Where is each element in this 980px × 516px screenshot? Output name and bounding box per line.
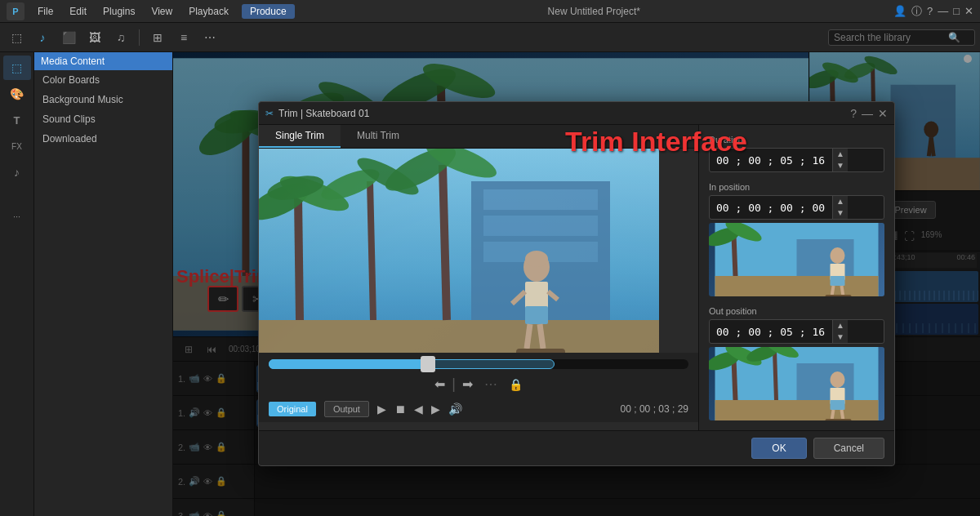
duration-up-button[interactable]: ▲ [833,149,848,160]
duration-value: ▲ ▼ [709,148,884,172]
produce-button[interactable]: Produce [242,4,295,19]
list-view-button[interactable]: ≡ [172,26,195,49]
trim-help-button[interactable]: ? [850,107,857,120]
sidebar-item-more[interactable]: ··· [3,204,31,229]
out-thumb-scene [709,347,884,420]
ok-button[interactable]: OK [751,438,806,459]
trim-dialog-footer: OK Cancel [259,430,894,465]
screen-button[interactable]: ⬛ [57,26,80,49]
menu-bar: P File Edit Plugins View Playback Produc… [0,0,980,23]
menu-plugins[interactable]: Plugins [100,4,138,19]
out-position-value: ▲ ▼ [709,319,884,344]
svg-point-69 [831,247,845,264]
help-icon[interactable]: ? [927,5,933,17]
svg-line-42 [298,198,300,320]
in-position-down-button[interactable]: ▼ [833,207,848,219]
menu-playback[interactable]: Playback [185,4,232,19]
in-position-spinner: ▲ ▼ [832,196,848,219]
media-item-background-music[interactable]: Background Music [34,90,172,109]
info-icon[interactable]: ⓘ [911,4,922,19]
in-position-value: ▲ ▼ [709,195,884,220]
out-position-down-button[interactable]: ▼ [833,331,848,343]
svg-rect-65 [715,276,879,296]
content-area: Splice|Trim ✏ ✂ Tools ▼ [173,52,980,516]
trim-dialog-body: Single Trim Multi Trim [259,125,894,430]
out-position-input[interactable] [710,322,832,341]
audio-button[interactable]: 🔊 [448,403,462,416]
mode-original-button[interactable]: Original [269,402,316,416]
sidebar-item-fx[interactable]: FX [3,134,31,158]
scrubber-track[interactable] [269,359,688,369]
play-button[interactable]: ▶ [377,403,386,416]
cancel-button[interactable]: Cancel [813,438,884,459]
tab-single-trim[interactable]: Single Trim [259,125,341,148]
out-position-spinner: ▲ ▼ [832,320,848,343]
search-input[interactable] [834,32,948,43]
trim-video-scene [259,149,659,353]
out-position-up-button[interactable]: ▲ [833,320,848,331]
svg-rect-89 [826,419,852,420]
menu-view[interactable]: View [148,4,176,19]
dots-button[interactable]: ⋯ [198,26,221,49]
window-title: New Untitled Project* [305,6,884,17]
media-item-downloaded[interactable]: Downloaded [34,129,172,149]
trim-out-point-button[interactable]: ➡ [462,376,473,392]
grid-view-button[interactable]: ⊞ [146,26,169,49]
svg-line-78 [734,359,736,400]
svg-rect-39 [483,216,598,236]
menu-file[interactable]: File [34,4,56,19]
user-icon[interactable]: 👤 [893,5,906,17]
trim-scrubber[interactable] [259,353,698,372]
scrubber-range [269,359,555,369]
trim-close-button[interactable]: ✕ [878,107,888,120]
out-position-thumbnail [709,347,884,420]
import-button[interactable]: ⬚ [5,26,28,49]
main-toolbar: ⬚ ♪ ⬛ 🖼 ♫ ⊞ ≡ ⋯ 🔍 [0,23,980,52]
trim-minimize-button[interactable]: — [862,107,873,120]
in-position-up-button[interactable]: ▲ [833,196,848,207]
media-button[interactable]: ♪ [31,26,54,49]
trim-right-panel: Duration ▲ ▼ In position [698,125,894,430]
next-frame-button[interactable]: ▶ [431,403,440,416]
trim-divider: | [452,376,456,393]
prev-frame-button[interactable]: ◀ [414,403,423,416]
trim-tabs: Single Trim Multi Trim [259,125,698,149]
trim-in-point-button[interactable]: ⬅ [434,376,445,392]
mode-output-button[interactable]: Output [324,401,369,417]
audio-button[interactable]: ♫ [109,26,132,49]
svg-rect-71 [831,276,845,286]
out-position-field-group: Out position ▲ ▼ [709,306,884,420]
trim-dialog-title: Trim | Skateboard 01 [278,108,845,119]
svg-rect-86 [831,400,845,410]
menu-edit[interactable]: Edit [66,4,90,19]
svg-line-57 [540,324,543,349]
svg-rect-58 [516,349,565,353]
trim-lock-button[interactable]: 🔒 [509,378,523,391]
scrubber-handle[interactable] [421,356,435,372]
in-position-input[interactable] [710,198,832,217]
duration-input[interactable] [710,151,832,170]
svg-line-56 [527,324,530,349]
search-icon: 🔍 [948,32,960,43]
media-item-color-boards[interactable]: Color Boards [34,70,172,90]
duration-field-group: Duration ▲ ▼ [709,135,884,172]
svg-line-49 [443,165,447,320]
trim-playback-controls: Original Output ▶ ⏹ ◀ ▶ 🔊 00 ; 00 ; 03 ;… [259,396,698,422]
sidebar-item-color[interactable]: 🎨 [3,82,31,106]
close-icon[interactable]: ✕ [964,5,973,17]
sidebar-item-text[interactable]: T [3,108,31,132]
tab-multi-trim[interactable]: Multi Trim [341,125,416,148]
app-logo: P [7,2,24,20]
sidebar-item-audio[interactable]: ♪ [3,160,31,185]
trim-video-preview [259,149,659,353]
sidebar-item-media[interactable]: ⬚ [3,56,31,80]
stop-button[interactable]: ⏹ [394,403,406,416]
media-item-sound-clips[interactable]: Sound Clips [34,109,172,129]
svg-point-53 [525,251,548,267]
svg-point-84 [831,371,845,388]
duration-down-button[interactable]: ▼ [833,160,848,171]
image-button[interactable]: 🖼 [83,26,106,49]
minimize-icon[interactable]: — [938,5,948,17]
maximize-icon[interactable]: □ [953,5,960,17]
svg-rect-55 [525,306,548,324]
